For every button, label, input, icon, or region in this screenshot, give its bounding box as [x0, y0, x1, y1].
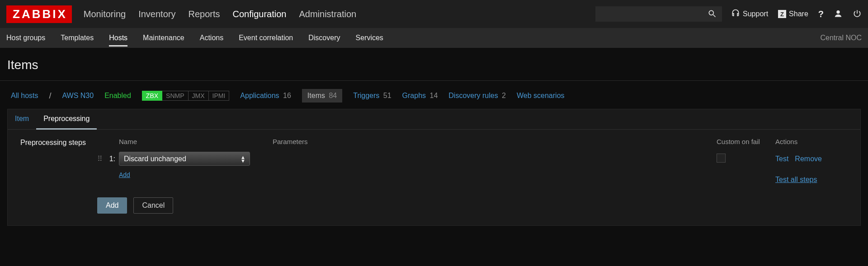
nav-applications[interactable]: Applications 16: [240, 92, 291, 100]
search-icon: [708, 9, 717, 19]
nav-configuration[interactable]: Configuration: [232, 1, 286, 28]
host-link[interactable]: AWS N30: [62, 92, 94, 100]
nav-monitoring[interactable]: Monitoring: [84, 1, 126, 28]
subnav-actions[interactable]: Actions: [200, 29, 223, 47]
proto-ipmi: IPMI: [209, 91, 230, 101]
breadcrumb-separator: /: [49, 91, 51, 101]
protocol-indicators: ZBX SNMP JMX IPMI: [142, 91, 229, 101]
tab-preprocessing[interactable]: Preprocessing: [36, 109, 97, 130]
header-custom-on-fail: Custom on fail: [717, 138, 775, 145]
headset-icon: [731, 9, 740, 19]
svg-point-0: [709, 10, 713, 15]
subnav-discovery[interactable]: Discovery: [308, 29, 340, 47]
search-input[interactable]: [595, 6, 722, 22]
proto-snmp: SNMP: [162, 91, 188, 101]
form-tabs: Item Preprocessing: [8, 109, 860, 130]
test-step-link[interactable]: Test: [775, 155, 788, 163]
remove-step-link[interactable]: Remove: [795, 155, 822, 163]
nav-inventory[interactable]: Inventory: [138, 1, 175, 28]
header-parameters: Parameters: [273, 138, 717, 145]
item-form-panel: Item Preprocessing Preprocessing steps N…: [7, 109, 861, 226]
nav-graphs[interactable]: Graphs 14: [402, 92, 438, 100]
top-navigation: ZABBIX Monitoring Inventory Reports Conf…: [0, 0, 868, 28]
subnav-templates[interactable]: Templates: [61, 29, 94, 47]
drag-handle-icon[interactable]: ⠿: [97, 157, 105, 160]
proto-jmx: JMX: [189, 91, 209, 101]
nav-reports[interactable]: Reports: [188, 1, 220, 28]
subnav-maintenance[interactable]: Maintenance: [143, 29, 184, 47]
proto-zbx: ZBX: [142, 91, 162, 101]
preprocessing-step-row: ⠿ 1: Discard unchanged ▲▼: [97, 152, 848, 166]
svg-point-2: [837, 10, 840, 14]
subnav-event-correlation[interactable]: Event correlation: [239, 29, 293, 47]
power-icon[interactable]: [853, 9, 862, 19]
all-hosts-link[interactable]: All hosts: [11, 92, 38, 100]
section-label: Preprocessing steps: [20, 138, 97, 147]
custom-on-fail-checkbox[interactable]: [717, 154, 726, 163]
host-status: Enabled: [104, 92, 131, 100]
nav-web-scenarios[interactable]: Web scenarios: [517, 92, 565, 100]
page-title: Items: [0, 48, 868, 80]
svg-line-1: [713, 14, 716, 17]
add-button[interactable]: Add: [97, 197, 127, 214]
nav-items[interactable]: Items 84: [302, 89, 342, 103]
subnav-host-groups[interactable]: Host groups: [6, 29, 45, 47]
sub-navigation: Host groups Templates Hosts Maintenance …: [0, 28, 868, 48]
support-link[interactable]: Support: [731, 9, 768, 19]
host-info-bar: All hosts / AWS N30 Enabled ZBX SNMP JMX…: [0, 81, 868, 109]
header-name: Name: [119, 138, 273, 145]
topnav-menu: Monitoring Inventory Reports Configurati…: [84, 1, 356, 28]
add-step-link[interactable]: Add: [119, 171, 130, 178]
share-label: Share: [789, 10, 808, 18]
header-actions: Actions: [775, 138, 848, 145]
nav-triggers[interactable]: Triggers 51: [353, 92, 391, 100]
share-badge-icon: Z: [778, 10, 786, 18]
cancel-button[interactable]: Cancel: [133, 197, 173, 214]
step-type-select[interactable]: Discard unchanged: [119, 152, 250, 166]
instance-label: Central NOC: [820, 34, 862, 42]
share-link[interactable]: Z Share: [778, 10, 808, 18]
user-icon[interactable]: [834, 9, 843, 19]
nav-discovery-rules[interactable]: Discovery rules 2: [448, 92, 506, 100]
step-number: 1:: [105, 155, 115, 163]
help-icon[interactable]: ?: [818, 9, 824, 19]
nav-administration[interactable]: Administration: [299, 1, 356, 28]
support-label: Support: [743, 10, 768, 18]
test-all-steps-link[interactable]: Test all steps: [775, 176, 817, 184]
logo[interactable]: ZABBIX: [6, 5, 72, 23]
tab-item[interactable]: Item: [8, 109, 36, 129]
subnav-hosts[interactable]: Hosts: [109, 29, 127, 47]
subnav-services[interactable]: Services: [355, 29, 383, 47]
steps-header: Name Parameters Custom on fail Actions: [97, 138, 848, 145]
top-links: Support Z Share ?: [731, 9, 862, 19]
